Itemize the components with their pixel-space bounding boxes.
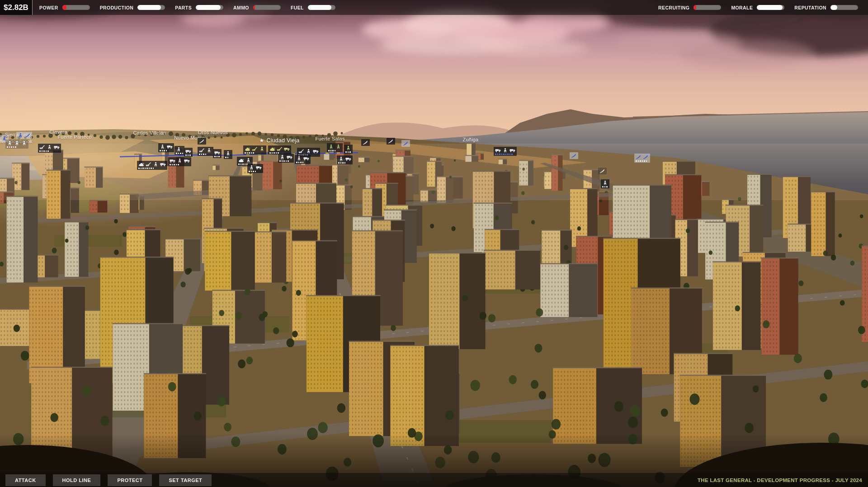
unit-marker[interactable] <box>5 140 28 149</box>
unit-marker[interactable] <box>247 164 263 173</box>
unit-marker[interactable] <box>38 144 61 153</box>
soldier-icon <box>259 146 265 151</box>
unit-marker[interactable] <box>598 168 607 174</box>
town-label: Zuñiga <box>463 137 479 142</box>
meter-fill <box>308 5 331 10</box>
jet-icon <box>403 141 409 146</box>
meter-track <box>196 5 223 10</box>
meter-fill <box>62 5 66 10</box>
meter-track <box>693 5 721 10</box>
meter-label: FUEL <box>291 5 304 10</box>
town-name: Oros Nuevos <box>198 130 228 135</box>
strength-pips <box>296 162 303 163</box>
jet-icon <box>636 155 642 159</box>
protect-button[interactable]: PROTECT <box>108 474 152 486</box>
strength-pips <box>7 146 16 148</box>
money-display: $2.82B <box>0 0 33 15</box>
meter-track <box>757 5 784 10</box>
unit-marker[interactable] <box>224 150 232 159</box>
unit-marker[interactable] <box>278 154 294 163</box>
unit-marker[interactable] <box>570 152 578 159</box>
unit-marker[interactable] <box>361 139 370 146</box>
truck-icon <box>185 149 191 154</box>
unit-marker[interactable] <box>184 148 193 157</box>
meter-recruiting: RECRUITING <box>658 5 721 10</box>
strength-pips <box>238 164 248 165</box>
strength-pips <box>176 153 183 154</box>
meter-fill <box>693 5 696 10</box>
unit-marker[interactable] <box>295 155 311 164</box>
soldier-icon <box>160 144 165 149</box>
jet-icon <box>363 140 368 145</box>
unit-marker[interactable] <box>158 143 174 152</box>
soldier-icon <box>306 149 311 154</box>
meter-fuel: FUEL <box>291 5 335 10</box>
unit-marker[interactable] <box>387 138 395 145</box>
soldier-icon <box>7 140 13 145</box>
artillery-icon <box>277 146 283 151</box>
unit-marker[interactable] <box>327 143 343 152</box>
truck-icon <box>303 156 309 161</box>
truck-icon <box>313 149 319 154</box>
strength-pips <box>39 150 49 152</box>
unit-marker[interactable] <box>198 138 206 145</box>
town-label: ★Ciudad Vieja <box>259 137 299 144</box>
town-name: Ciudad Vieja <box>266 137 299 144</box>
meter-reputation: REPUTATION <box>794 5 858 10</box>
strength-pips <box>214 156 220 157</box>
truck-icon <box>509 148 515 153</box>
unit-marker[interactable] <box>137 161 167 170</box>
unit-marker[interactable] <box>16 132 32 139</box>
meter-fill <box>196 5 221 10</box>
attack-button[interactable]: ATTACK <box>5 474 46 486</box>
build-watermark: THE LAST GENERAL - DEVELOPMENT PROGRESS … <box>698 478 862 483</box>
soldier-icon <box>602 180 608 185</box>
meter-track <box>62 5 90 10</box>
strength-pips <box>636 160 647 162</box>
truck-icon <box>345 156 351 161</box>
jet-icon <box>388 139 394 144</box>
hold-line-button[interactable]: HOLD LINE <box>53 474 101 486</box>
truck-icon <box>256 165 262 170</box>
unit-marker[interactable] <box>344 145 353 154</box>
town-label: Fuerte Salas <box>316 136 345 141</box>
artillery-icon <box>199 148 205 153</box>
soldier-icon <box>335 144 341 149</box>
unit-marker[interactable] <box>494 147 517 156</box>
artillery-icon <box>146 162 151 167</box>
unit-marker[interactable] <box>601 179 609 188</box>
unit-marker[interactable] <box>198 147 213 156</box>
jet-icon <box>199 139 205 144</box>
soldier-icon <box>225 151 231 156</box>
command-bar: ATTACKHOLD LINEPROTECTSET TARGET THE LAS… <box>0 473 868 487</box>
strength-pips <box>249 171 256 172</box>
town-name: Carlos Villelán <box>133 130 166 136</box>
tank-icon <box>138 162 144 167</box>
truck-icon <box>54 145 60 150</box>
truck-icon <box>170 158 175 163</box>
unit-marker[interactable] <box>175 146 184 155</box>
unit-marker[interactable] <box>168 157 191 166</box>
unit-marker[interactable] <box>268 145 291 155</box>
soldier-icon <box>296 156 302 161</box>
jet-icon <box>571 153 577 158</box>
meter-parts: PARTS <box>175 5 223 10</box>
meter-label: AMMO <box>233 5 249 10</box>
town-name: Fuerte Parteco <box>57 134 92 140</box>
meter-fill <box>757 5 783 10</box>
unit-marker[interactable] <box>243 145 266 155</box>
soldier-icon <box>279 155 285 159</box>
set-target-button[interactable]: SET TARGET <box>159 474 212 486</box>
unit-marker[interactable] <box>634 154 650 163</box>
unit-marker[interactable] <box>213 149 222 158</box>
meter-ammo: AMMO <box>233 5 281 10</box>
truck-icon <box>284 146 290 151</box>
city-scene <box>0 0 868 487</box>
meter-label: REPUTATION <box>794 5 826 10</box>
unit-marker[interactable] <box>337 155 353 164</box>
strength-pips <box>199 154 206 155</box>
soldier-icon <box>338 156 344 161</box>
unit-marker[interactable] <box>401 140 410 147</box>
soldier-icon <box>345 145 351 150</box>
meter-label: PRODUCTION <box>100 5 134 10</box>
